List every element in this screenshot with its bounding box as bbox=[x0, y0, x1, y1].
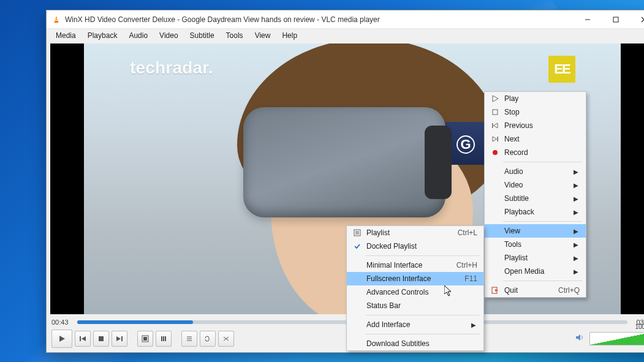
svg-rect-24 bbox=[492, 123, 493, 128]
shuffle-button[interactable] bbox=[218, 331, 234, 347]
svg-marker-7 bbox=[59, 336, 65, 342]
playlist-icon bbox=[350, 229, 364, 236]
submenu-arrow-icon: ▶ bbox=[574, 241, 580, 248]
techradar-watermark: techradar. bbox=[130, 58, 213, 78]
close-button[interactable] bbox=[630, 10, 644, 29]
ctx-previous[interactable]: Previous bbox=[485, 119, 586, 132]
app-cone-icon bbox=[49, 15, 64, 24]
extended-settings-button[interactable] bbox=[156, 331, 172, 347]
titlebar: WinX HD Video Converter Deluxe - Google … bbox=[47, 10, 644, 29]
ctx-next[interactable]: Next bbox=[485, 132, 586, 146]
menu-playback[interactable]: Playback bbox=[82, 30, 123, 41]
submenu-arrow-icon: ▶ bbox=[574, 209, 580, 216]
divider bbox=[503, 162, 582, 162]
submenu-arrow-icon: ▶ bbox=[574, 255, 580, 262]
divider bbox=[503, 281, 582, 281]
ctx-audio[interactable]: Audio▶ bbox=[485, 165, 586, 178]
ctx-playlist[interactable]: Playlist▶ bbox=[485, 251, 586, 265]
svg-marker-9 bbox=[81, 336, 86, 341]
divider bbox=[365, 255, 480, 256]
svg-marker-21 bbox=[576, 334, 580, 341]
prev-outline-icon bbox=[488, 122, 502, 129]
time-elapsed: 00:43 bbox=[51, 319, 72, 326]
view-fullscreen-interface[interactable]: Fullscreen InterfaceF11 bbox=[347, 272, 483, 285]
ctx-quit[interactable]: QuitCtrl+Q bbox=[485, 284, 586, 297]
svg-rect-14 bbox=[143, 337, 147, 341]
svg-marker-11 bbox=[116, 336, 121, 341]
menu-tools[interactable]: Tools bbox=[221, 30, 249, 41]
check-icon bbox=[350, 243, 364, 250]
ctx-open-media[interactable]: Open Media▶ bbox=[485, 265, 586, 278]
next-track-button[interactable] bbox=[112, 331, 127, 347]
view-minimal-interface[interactable]: Minimal InterfaceCtrl+H bbox=[347, 258, 483, 272]
divider bbox=[503, 221, 582, 222]
stop-outline-icon bbox=[488, 108, 502, 116]
loop-button[interactable] bbox=[200, 331, 216, 347]
menu-subtitle[interactable]: Subtitle bbox=[184, 30, 220, 41]
window-title: WinX HD Video Converter Deluxe - Google … bbox=[64, 15, 574, 24]
ctx-view[interactable]: View▶ bbox=[485, 224, 586, 238]
submenu-arrow-icon: ▶ bbox=[574, 268, 580, 275]
svg-rect-16 bbox=[163, 336, 164, 341]
divider bbox=[365, 315, 480, 315]
svg-rect-27 bbox=[498, 137, 499, 141]
ctx-playback-sub[interactable]: Playback▶ bbox=[485, 205, 586, 219]
svg-rect-2 bbox=[55, 20, 58, 20]
headset-g-logo: G bbox=[456, 135, 475, 154]
timeline: 00:43 03:25 bbox=[47, 317, 644, 328]
view-download-subtitles[interactable]: Download Subtitles bbox=[347, 337, 483, 350]
ee-badge: EE bbox=[548, 56, 575, 83]
minimize-button[interactable] bbox=[574, 10, 602, 29]
ctx-subtitle[interactable]: Subtitle▶ bbox=[485, 192, 586, 205]
view-advanced-controls[interactable]: Advanced Controls bbox=[347, 285, 483, 299]
record-icon bbox=[488, 149, 502, 156]
svg-rect-23 bbox=[493, 110, 498, 115]
divider bbox=[365, 334, 480, 334]
svg-rect-8 bbox=[80, 336, 81, 341]
context-menu-view: PlaylistCtrl+L Docked Playlist Minimal I… bbox=[346, 225, 484, 351]
ctx-stop[interactable]: Stop bbox=[485, 105, 586, 119]
ctx-tools[interactable]: Tools▶ bbox=[485, 238, 586, 251]
menu-view[interactable]: View bbox=[249, 30, 276, 41]
svg-point-28 bbox=[493, 150, 498, 155]
menu-help[interactable]: Help bbox=[276, 30, 303, 41]
submenu-arrow-icon: ▶ bbox=[574, 182, 580, 189]
maximize-button[interactable] bbox=[602, 10, 630, 29]
next-outline-icon bbox=[488, 135, 502, 143]
play-button[interactable] bbox=[51, 330, 72, 348]
ctx-record[interactable]: Record bbox=[485, 146, 586, 159]
volume-controls: 100% bbox=[575, 332, 644, 345]
ctx-video[interactable]: Video▶ bbox=[485, 178, 586, 192]
svg-rect-10 bbox=[99, 336, 104, 341]
speaker-icon[interactable] bbox=[575, 333, 585, 345]
stop-button[interactable] bbox=[93, 331, 109, 347]
submenu-arrow-icon: ▶ bbox=[574, 195, 580, 202]
prev-track-button[interactable] bbox=[75, 331, 91, 347]
svg-rect-12 bbox=[121, 336, 123, 341]
view-playlist[interactable]: PlaylistCtrl+L bbox=[347, 226, 483, 239]
play-outline-icon bbox=[488, 95, 502, 102]
ctx-play[interactable]: Play bbox=[485, 92, 586, 105]
fullscreen-button[interactable] bbox=[137, 331, 153, 347]
submenu-arrow-icon: ▶ bbox=[574, 228, 580, 235]
seek-fill bbox=[77, 320, 193, 324]
quit-icon bbox=[488, 287, 502, 294]
svg-marker-22 bbox=[493, 96, 498, 102]
svg-rect-4 bbox=[613, 17, 618, 22]
view-docked-playlist[interactable]: Docked Playlist bbox=[347, 239, 483, 253]
view-add-interface[interactable]: Add Interface▶ bbox=[347, 318, 483, 331]
volume-percent: 100% bbox=[635, 323, 644, 330]
menu-video[interactable]: Video bbox=[154, 30, 183, 41]
svg-marker-26 bbox=[493, 137, 497, 141]
volume-slider[interactable] bbox=[589, 332, 644, 345]
svg-marker-0 bbox=[55, 15, 59, 22]
menu-audio[interactable]: Audio bbox=[123, 30, 153, 41]
playlist-button[interactable] bbox=[181, 331, 197, 347]
svg-marker-35 bbox=[444, 285, 451, 296]
svg-rect-17 bbox=[165, 336, 166, 341]
menubar: Media Playback Audio Video Subtitle Tool… bbox=[47, 29, 644, 42]
menu-media[interactable]: Media bbox=[50, 30, 81, 41]
context-menu-main: Play Stop Previous Next Record Audio▶ Vi… bbox=[484, 91, 586, 298]
submenu-arrow-icon: ▶ bbox=[574, 168, 580, 175]
view-status-bar[interactable]: Status Bar bbox=[347, 299, 483, 312]
